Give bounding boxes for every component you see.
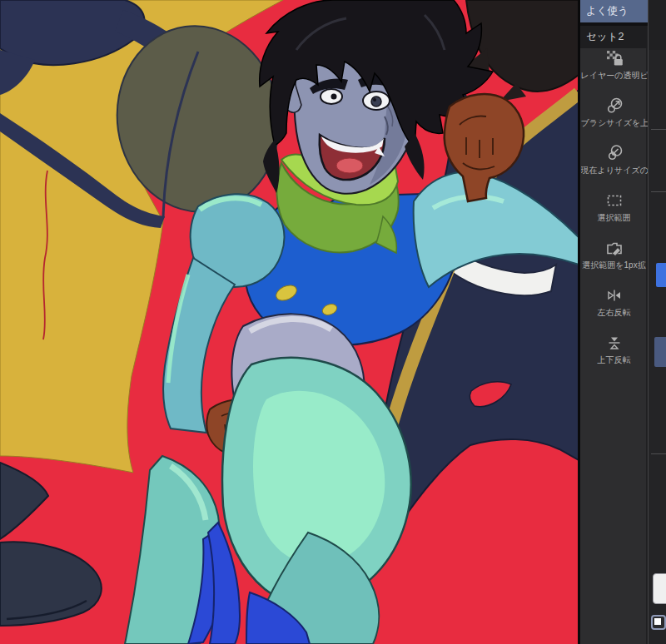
canvas[interactable] bbox=[0, 0, 578, 644]
tab-set2[interactable]: セット2 bbox=[580, 26, 648, 48]
qa-item-label: 現在よりサイズの bbox=[581, 166, 648, 175]
qa-item-lock-transparent-pixels[interactable]: レイヤーの透明ピ bbox=[580, 48, 648, 93]
transparent-color-chip-inner bbox=[654, 618, 661, 625]
illustration bbox=[0, 0, 578, 644]
quick-access-panel: よく使う セット2 レイヤーの透明ピ ブラシサイズを上 現在よりサイズの bbox=[580, 0, 648, 644]
transparent-color-chip[interactable] bbox=[651, 615, 666, 630]
qa-item-label: 左右反転 bbox=[581, 308, 648, 317]
qa-item-label: 選択範囲 bbox=[581, 213, 648, 222]
qa-item-label: 上下反転 bbox=[581, 355, 648, 364]
qa-item-label: 選択範囲を1px拡 bbox=[581, 260, 648, 270]
side-panel-edge-header bbox=[649, 0, 666, 50]
paint-app-window: よく使う セット2 レイヤーの透明ピ ブラシサイズを上 現在よりサイズの bbox=[0, 0, 666, 644]
qa-item-flip-vertical[interactable]: 上下反転 bbox=[580, 333, 648, 378]
selection-marquee-icon bbox=[604, 191, 624, 211]
qa-item-brush-size-down[interactable]: 現在よりサイズの bbox=[580, 143, 648, 188]
transparent-pixels-lock-icon bbox=[604, 48, 624, 68]
slate-marker[interactable] bbox=[654, 337, 666, 367]
flip-horizontal-icon bbox=[604, 285, 624, 305]
qa-item-brush-size-up[interactable]: ブラシサイズを上 bbox=[580, 96, 648, 141]
brush-size-down-icon bbox=[604, 143, 624, 163]
qa-item-label: レイヤーの透明ピ bbox=[581, 71, 648, 80]
blue-marker[interactable] bbox=[656, 263, 666, 287]
strip-divider bbox=[651, 129, 666, 130]
qa-item-selection[interactable]: 選択範囲 bbox=[580, 191, 648, 235]
qa-item-label: ブラシサイズを上 bbox=[581, 118, 648, 127]
side-panel-edge bbox=[648, 0, 666, 644]
selection-expand-icon bbox=[604, 238, 624, 258]
strip-divider bbox=[651, 453, 666, 454]
flip-vertical-icon bbox=[604, 333, 624, 353]
brush-size-up-icon bbox=[604, 96, 624, 116]
qa-item-expand-selection[interactable]: 選択範囲を1px拡 bbox=[580, 238, 648, 283]
strip-divider bbox=[651, 191, 666, 192]
qa-item-flip-horizontal[interactable]: 左右反転 bbox=[580, 285, 648, 330]
tab-frequently-used[interactable]: よく使う bbox=[580, 0, 648, 22]
paper-color-swatch[interactable] bbox=[653, 573, 666, 604]
